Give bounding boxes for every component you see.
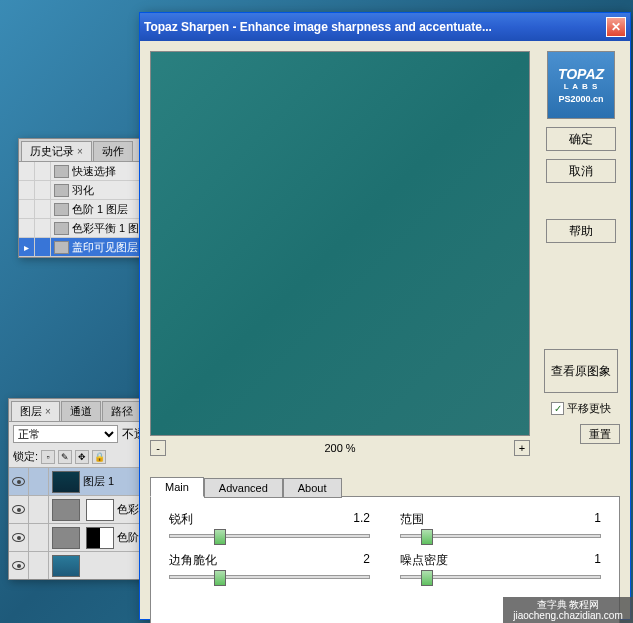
- noise-label: 噪点密度: [400, 552, 448, 569]
- logo-text: TOPAZ: [558, 66, 604, 82]
- tab-layers[interactable]: 图层×: [11, 401, 60, 421]
- history-item-label: 盖印可见图层: [72, 240, 138, 255]
- stamp-icon: [54, 241, 69, 254]
- tab-channels[interactable]: 通道: [61, 401, 101, 421]
- dialog-sidebar: TOPAZ L A B S PS2000.cn 确定 取消 帮助 查看原图象 ✓…: [542, 51, 620, 444]
- zoom-out-button[interactable]: -: [150, 440, 166, 456]
- history-item-label: 快速选择: [72, 164, 116, 179]
- sharpen-slider-group: 锐利1.2: [169, 511, 370, 538]
- eye-icon[interactable]: [12, 505, 25, 514]
- layer-label: 色阶: [117, 530, 139, 545]
- view-original-button[interactable]: 查看原图象: [544, 349, 618, 393]
- watermark: 查字典 教程网 jiaocheng.chazidian.com: [503, 597, 633, 623]
- link-col[interactable]: [29, 524, 49, 551]
- titlebar[interactable]: Topaz Sharpen - Enhance image sharpness …: [140, 13, 630, 41]
- slider-thumb[interactable]: [421, 529, 433, 545]
- preview-image[interactable]: [150, 51, 530, 436]
- watermark-line2: jiaocheng.chazidian.com: [513, 610, 623, 621]
- settings-tabs: Main Advanced About: [150, 477, 620, 497]
- range-slider-group: 范围1: [400, 511, 601, 538]
- tab-about[interactable]: About: [283, 478, 342, 498]
- logo-url: PS2000.cn: [558, 94, 603, 104]
- smooth-label: 平移更快: [567, 401, 611, 416]
- colorbalance-icon: [54, 222, 69, 235]
- help-button[interactable]: 帮助: [546, 219, 616, 243]
- layer-thumbnail[interactable]: [52, 471, 80, 493]
- history-item-label: 羽化: [72, 183, 94, 198]
- ok-button[interactable]: 确定: [546, 127, 616, 151]
- topaz-logo: TOPAZ L A B S PS2000.cn: [547, 51, 615, 119]
- zoom-in-button[interactable]: +: [514, 440, 530, 456]
- zoom-value: 200 %: [166, 442, 514, 454]
- noise-slider-group: 噪点密度1: [400, 552, 601, 579]
- edge-value: 2: [363, 552, 370, 569]
- adjustment-icon[interactable]: [52, 527, 80, 549]
- layer-label: 图层 1: [83, 474, 114, 489]
- eye-icon[interactable]: [12, 477, 25, 486]
- eye-icon[interactable]: [12, 533, 25, 542]
- link-col[interactable]: [29, 496, 49, 523]
- sharpen-label: 锐利: [169, 511, 193, 528]
- feather-icon: [54, 184, 69, 197]
- dialog-title: Topaz Sharpen - Enhance image sharpness …: [144, 20, 606, 34]
- zoom-controls: - 200 % +: [150, 440, 530, 456]
- history-item-label: 色阶 1 图层: [72, 202, 128, 217]
- settings-tabs-area: Main Advanced About 锐利1.2 边角脆化2: [150, 477, 620, 614]
- cancel-button[interactable]: 取消: [546, 159, 616, 183]
- sharpen-slider[interactable]: [169, 534, 370, 538]
- tab-history[interactable]: 历史记录×: [21, 141, 92, 161]
- edge-label: 边角脆化: [169, 552, 217, 569]
- blend-mode-select[interactable]: 正常: [13, 425, 118, 443]
- edge-slider[interactable]: [169, 575, 370, 579]
- lock-all-icon[interactable]: 🔒: [92, 450, 106, 464]
- close-icon[interactable]: ×: [77, 146, 83, 157]
- link-col[interactable]: [29, 552, 49, 579]
- close-button[interactable]: ✕: [606, 17, 626, 37]
- tab-actions[interactable]: 动作: [93, 141, 133, 161]
- smooth-checkbox-row: ✓ 平移更快: [551, 401, 611, 416]
- lock-label: 锁定:: [13, 449, 38, 464]
- lock-transparency-icon[interactable]: ▫: [41, 450, 55, 464]
- smooth-checkbox[interactable]: ✓: [551, 402, 564, 415]
- close-icon[interactable]: ×: [45, 406, 51, 417]
- tab-paths[interactable]: 路径: [102, 401, 142, 421]
- layer-label: 色彩: [117, 502, 139, 517]
- slider-thumb[interactable]: [214, 570, 226, 586]
- dialog-body: - 200 % + TOPAZ L A B S PS2000.cn 确定 取消 …: [140, 41, 630, 619]
- lock-move-icon[interactable]: ✥: [75, 450, 89, 464]
- range-label: 范围: [400, 511, 424, 528]
- range-value: 1: [594, 511, 601, 528]
- eye-icon[interactable]: [12, 561, 25, 570]
- link-col[interactable]: [29, 468, 49, 495]
- brush-icon: ▸: [24, 242, 29, 253]
- edge-slider-group: 边角脆化2: [169, 552, 370, 579]
- adjustment-icon[interactable]: [52, 499, 80, 521]
- slider-thumb[interactable]: [214, 529, 226, 545]
- levels-icon: [54, 203, 69, 216]
- quickselect-icon: [54, 165, 69, 178]
- noise-slider[interactable]: [400, 575, 601, 579]
- layer-thumbnail[interactable]: [52, 555, 80, 577]
- tab-history-label: 历史记录: [30, 145, 74, 157]
- tab-layers-label: 图层: [20, 405, 42, 417]
- watermark-line1: 查字典 教程网: [537, 599, 600, 610]
- range-slider[interactable]: [400, 534, 601, 538]
- reset-button[interactable]: 重置: [580, 424, 620, 444]
- preview-area: - 200 % +: [150, 51, 530, 456]
- layer-mask[interactable]: [86, 499, 114, 521]
- noise-value: 1: [594, 552, 601, 569]
- logo-subtext: L A B S: [564, 82, 599, 91]
- tab-main[interactable]: Main: [150, 477, 204, 497]
- tab-advanced[interactable]: Advanced: [204, 478, 283, 498]
- lock-brush-icon[interactable]: ✎: [58, 450, 72, 464]
- sharpen-value: 1.2: [353, 511, 370, 528]
- slider-thumb[interactable]: [421, 570, 433, 586]
- topaz-dialog: Topaz Sharpen - Enhance image sharpness …: [139, 12, 631, 620]
- layer-mask[interactable]: [86, 527, 114, 549]
